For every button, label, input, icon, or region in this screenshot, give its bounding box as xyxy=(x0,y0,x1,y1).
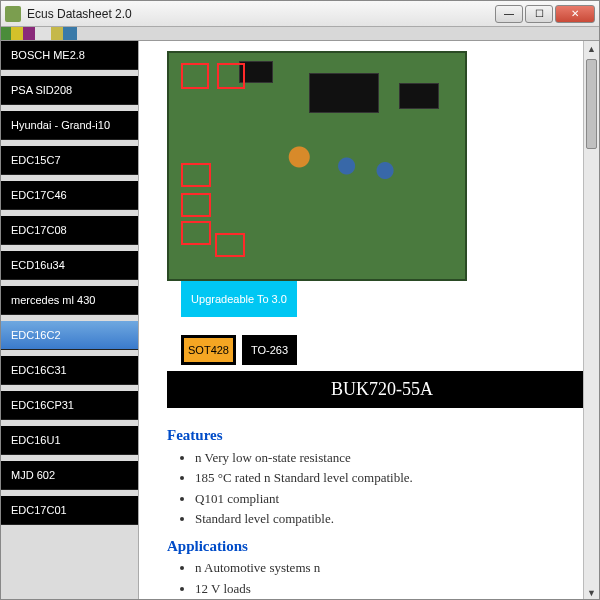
ecu-list-sidebar: BOSCH ME2.8PSA SID208Hyundai - Grand-i10… xyxy=(1,41,139,600)
scroll-up-icon[interactable]: ▲ xyxy=(584,41,599,57)
pcb-image xyxy=(167,51,467,281)
sidebar-item-hyundai-grand-i10[interactable]: Hyundai - Grand-i10 xyxy=(1,111,138,140)
sidebar-item-edc16c2[interactable]: EDC16C2 xyxy=(1,321,138,350)
vertical-scrollbar[interactable]: ▲ ▼ xyxy=(583,41,599,600)
sidebar-item-mercedes-ml-430[interactable]: mercedes ml 430 xyxy=(1,286,138,315)
sidebar-item-mjd-602[interactable]: MJD 602 xyxy=(1,461,138,490)
feature-item: n Very low on-state resistance xyxy=(195,448,587,468)
sidebar-item-edc15c7[interactable]: EDC15C7 xyxy=(1,146,138,175)
sidebar-item-psa-sid208[interactable]: PSA SID208 xyxy=(1,76,138,105)
feature-item: 185 °C rated n Standard level compatible… xyxy=(195,468,587,488)
sidebar-item-bosch-me2-8[interactable]: BOSCH ME2.8 xyxy=(1,41,138,70)
window-titlebar: Ecus Datasheet 2.0 — ☐ ✕ xyxy=(1,1,599,27)
app-icon xyxy=(5,6,21,22)
datasheet-body: Features n Very low on-state resistance1… xyxy=(167,408,587,600)
application-item: 12 V loads xyxy=(195,579,587,599)
sidebar-item-edc17c01[interactable]: EDC17C01 xyxy=(1,496,138,525)
feature-item: Standard level compatible. xyxy=(195,509,587,529)
features-heading: Features xyxy=(167,424,587,447)
package-button-sot428[interactable]: SOT428 xyxy=(181,335,236,365)
sidebar-item-edc17c08[interactable]: EDC17C08 xyxy=(1,216,138,245)
feature-item: Q101 compliant xyxy=(195,489,587,509)
sidebar-item-edc16u1[interactable]: EDC16U1 xyxy=(1,426,138,455)
sidebar-item-edc16cp31[interactable]: EDC16CP31 xyxy=(1,391,138,420)
package-button-to263[interactable]: TO-263 xyxy=(242,335,297,365)
applications-heading: Applications xyxy=(167,535,587,558)
close-button[interactable]: ✕ xyxy=(555,5,595,23)
minimize-button[interactable]: — xyxy=(495,5,523,23)
upgrade-button[interactable]: Upgradeable To 3.0 xyxy=(181,281,297,317)
sidebar-item-ecd16u34[interactable]: ECD16u34 xyxy=(1,251,138,280)
maximize-button[interactable]: ☐ xyxy=(525,5,553,23)
application-item: n Automotive systems n xyxy=(195,558,587,578)
toolbar-strip xyxy=(1,27,599,41)
sidebar-item-edc17c46[interactable]: EDC17C46 xyxy=(1,181,138,210)
part-number-title: BUK720-55A xyxy=(167,371,597,408)
scroll-down-icon[interactable]: ▼ xyxy=(584,585,599,600)
window-title: Ecus Datasheet 2.0 xyxy=(27,7,495,21)
scroll-thumb[interactable] xyxy=(586,59,597,149)
main-content: Upgradeable To 3.0 SOT428 TO-263 BUK720-… xyxy=(139,41,599,600)
sidebar-item-edc16c31[interactable]: EDC16C31 xyxy=(1,356,138,385)
